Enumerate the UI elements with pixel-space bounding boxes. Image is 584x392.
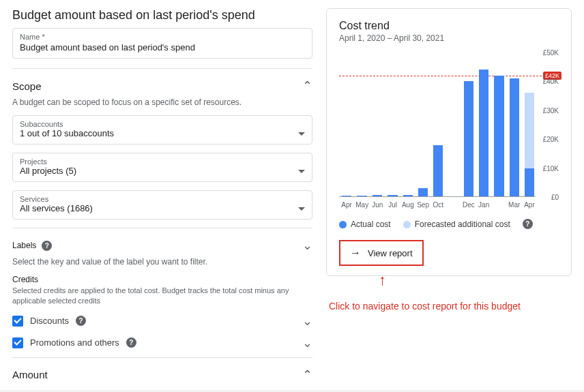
checkbox-checked-icon[interactable]: [12, 337, 23, 348]
x-tick-label: Dec: [463, 201, 475, 209]
x-tick-label: Oct: [433, 201, 444, 209]
cost-trend-chart: £42K AprMayJunJulAugSepOctDecJanMarApr £…: [339, 52, 559, 209]
help-icon[interactable]: ?: [76, 316, 86, 326]
y-tick-label: £50K: [543, 49, 559, 57]
chart-legend: Actual cost Forecasted additional cost ?: [339, 219, 559, 229]
chevron-down-icon: ⌄: [302, 238, 312, 253]
y-tick-label: £20K: [543, 136, 559, 143]
x-tick-label: Jan: [478, 201, 489, 209]
view-report-button[interactable]: → View report: [339, 240, 424, 266]
y-tick-label: £10K: [543, 164, 559, 172]
cost-trend-card: Cost trend April 1, 2020 – April 30, 202…: [326, 8, 572, 276]
legend-swatch-forecast: [403, 221, 411, 228]
legend-actual-label: Actual cost: [351, 220, 391, 229]
x-tick-label: Apr: [524, 201, 535, 209]
amount-heading: Amount: [12, 369, 48, 380]
scope-section-toggle[interactable]: Scope ⌃: [12, 78, 312, 93]
services-select[interactable]: Services All services (1686): [12, 190, 312, 220]
scope-desc: A budget can be scoped to focus on a spe…: [12, 97, 312, 107]
promotions-row[interactable]: Promotions and others ? ⌄: [12, 335, 312, 350]
projects-select[interactable]: Projects All projects (5): [12, 153, 312, 182]
services-label: Services: [20, 195, 298, 203]
chart-title: Cost trend: [339, 20, 559, 32]
x-tick-label: Mar: [508, 201, 520, 209]
y-tick-label: £0: [551, 194, 559, 201]
caret-down-icon: [298, 207, 305, 211]
help-icon[interactable]: ?: [126, 337, 136, 348]
x-tick-label: Apr: [341, 201, 352, 209]
bar-apr: Apr: [340, 196, 353, 209]
chevron-down-icon: ⌄: [302, 314, 312, 329]
chevron-up-icon: ⌃: [302, 367, 312, 382]
subaccounts-label: Subaccounts: [20, 120, 298, 128]
x-tick-label: Jun: [372, 201, 383, 209]
annotation-text: Click to navigate to cost report for thi…: [329, 301, 572, 312]
chart-subtitle: April 1, 2020 – April 30, 2021: [339, 33, 559, 43]
amount-section-toggle[interactable]: Amount ⌃: [12, 367, 312, 382]
bar-mar: Mar: [508, 78, 521, 209]
scope-heading: Scope: [12, 80, 42, 92]
x-axis-line: [339, 196, 536, 197]
divider: [12, 228, 312, 228]
bar-apr: Apr: [523, 93, 536, 209]
x-tick-label: Jul: [388, 201, 397, 209]
divider: [12, 68, 312, 69]
caret-down-icon: [298, 170, 305, 173]
bar-feb: [493, 76, 505, 209]
checkbox-checked-icon[interactable]: [12, 316, 23, 327]
discounts-row[interactable]: Discounts ? ⌄: [12, 314, 312, 329]
x-tick-label: Aug: [402, 201, 414, 209]
bar-sep: Sep: [417, 188, 429, 209]
name-label: Name *: [20, 33, 305, 41]
bar-dec: Dec: [463, 81, 475, 209]
caret-down-icon: [298, 132, 305, 136]
name-input[interactable]: [20, 42, 305, 52]
y-tick-label: £40K: [543, 78, 559, 85]
credits-desc: Selected credits are applied to the tota…: [12, 286, 312, 307]
credits-heading: Credits: [12, 275, 312, 284]
help-icon[interactable]: ?: [42, 241, 52, 251]
promotions-label: Promotions and others: [30, 337, 119, 348]
legend-swatch-actual: [339, 221, 347, 228]
labels-heading: Labels: [12, 241, 36, 250]
labels-section-toggle[interactable]: Labels ? ⌄: [12, 238, 312, 253]
annotation-arrow-icon: ↑: [379, 271, 386, 289]
chevron-up-icon: ⌃: [302, 78, 312, 93]
x-tick-label: Sep: [417, 201, 429, 209]
help-icon[interactable]: ?: [523, 219, 533, 229]
arrow-right-icon: →: [350, 247, 361, 259]
discounts-label: Discounts: [30, 316, 69, 326]
subaccounts-select[interactable]: Subaccounts 1 out of 10 subaccounts: [12, 115, 312, 145]
view-report-label: View report: [368, 248, 413, 258]
page-title: Budget amount based on last period's spe…: [12, 8, 312, 22]
bar-nov: [448, 197, 460, 209]
legend-forecast-label: Forecasted additional cost: [415, 220, 510, 229]
projects-value: All projects (5): [20, 166, 298, 176]
services-value: All services (1686): [20, 203, 298, 213]
x-tick-label: May: [355, 201, 368, 209]
chevron-down-icon: ⌄: [302, 335, 312, 350]
y-tick-label: £30K: [543, 106, 559, 114]
name-field[interactable]: Name *: [12, 28, 312, 59]
subaccounts-value: 1 out of 10 subaccounts: [20, 128, 298, 138]
bar-oct: Oct: [432, 145, 444, 209]
projects-label: Projects: [20, 157, 298, 166]
labels-desc: Select the key and value of the label yo…: [12, 257, 312, 267]
bar-jan: Jan: [478, 70, 490, 209]
bar-jun: Jun: [371, 195, 383, 209]
divider: [12, 357, 312, 358]
bar-jul: Jul: [386, 195, 398, 209]
bar-may: May: [355, 196, 368, 209]
